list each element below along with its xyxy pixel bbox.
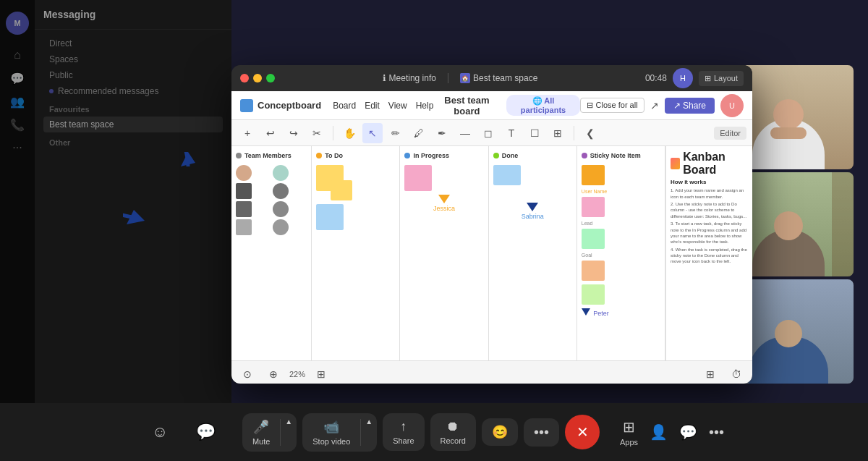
cb-board-title: Best team board xyxy=(433,95,500,117)
record-label: Record xyxy=(441,436,466,445)
share-icon: ↗ xyxy=(673,101,681,111)
col-title-sticky: Sticky Note Item xyxy=(590,152,641,159)
collapse-tool[interactable]: ❮ xyxy=(580,123,600,143)
external-link-icon[interactable]: ↗ xyxy=(650,100,659,111)
close-button[interactable] xyxy=(240,74,249,83)
apps-label: Apps xyxy=(620,438,638,447)
text-tool[interactable]: T xyxy=(501,123,522,143)
cb-logo: Conceptboard xyxy=(240,99,321,112)
emoji-icon: 😊 xyxy=(492,424,508,440)
editor-button[interactable]: Editor xyxy=(714,127,746,140)
col-title-team: Team Members xyxy=(244,152,292,159)
sticky-sn-2[interactable] xyxy=(582,197,605,217)
bar-right-icons: ⊞ Apps 👤 💬 ••• xyxy=(620,418,724,447)
zoom-to-fit[interactable]: ⊙ xyxy=(237,364,258,384)
share-button[interactable]: ↑ Share xyxy=(383,413,424,451)
stop-video-button[interactable]: 📹 Stop video xyxy=(302,413,360,452)
user-profile-avatar[interactable]: U xyxy=(720,94,744,117)
sticky-sn-5[interactable] xyxy=(582,284,605,305)
more-options-button[interactable]: ••• xyxy=(524,418,559,447)
minimize-button[interactable] xyxy=(253,74,262,83)
sidebar-overlay xyxy=(0,0,231,461)
space-name-display: 🏠 Best team space xyxy=(460,73,537,83)
mute-button[interactable]: 🎤 Mute xyxy=(242,413,280,452)
meeting-info-button[interactable]: ℹ Meeting info xyxy=(383,73,436,83)
cb-menu-edit[interactable]: Edit xyxy=(365,101,380,111)
brush-tool[interactable]: 🖊 xyxy=(409,123,429,143)
sticky-sn-label-2: Lead xyxy=(582,221,660,226)
line-tool[interactable]: — xyxy=(455,123,475,143)
video-icon: 📹 xyxy=(323,419,339,435)
grid-view[interactable]: ⊞ xyxy=(311,364,331,384)
add-tool[interactable]: + xyxy=(237,123,258,143)
col-dot-sticky xyxy=(582,153,587,158)
reactions-icon: ☺ xyxy=(152,423,168,441)
chat-button[interactable]: 💬 xyxy=(190,416,222,448)
layout-button[interactable]: ⊞ Layout xyxy=(699,71,744,86)
chat-sidebar-icon: 💬 xyxy=(679,423,697,441)
cb-menu-board[interactable]: Board xyxy=(333,101,356,111)
sticky-sn-1[interactable] xyxy=(582,165,605,185)
end-call-button[interactable]: ✕ xyxy=(565,415,600,449)
undo-tool[interactable]: ↩ xyxy=(260,123,281,143)
zoom-in[interactable]: ⊕ xyxy=(263,364,284,384)
cb-menu-view[interactable]: View xyxy=(388,101,407,111)
col-header-inprogress: In Progress xyxy=(404,152,483,159)
person1-shoulders xyxy=(770,127,807,139)
cut-tool[interactable]: ✂ xyxy=(307,123,327,143)
history-icon[interactable]: ⏱ xyxy=(726,364,746,384)
col-dot-team xyxy=(236,153,242,158)
sticky-sn-3[interactable] xyxy=(582,229,605,249)
kb-instructions: 1. Add your team name and assign an icon… xyxy=(671,187,748,265)
col-dot-done xyxy=(493,153,499,158)
drawing-toolbar: + ↩ ↪ ✂ ✋ ↖ ✏ 🖊 ✒ — ◻ T ☐ ⊞ ❮ Editor xyxy=(231,120,752,146)
more-right-button[interactable]: ••• xyxy=(709,424,724,441)
sticky-todo-3[interactable] xyxy=(316,204,344,230)
record-icon: ⏺ xyxy=(446,419,459,434)
cb-participants-badge[interactable]: 🌐 All participants xyxy=(506,95,581,116)
divider xyxy=(448,73,448,83)
reactions-button[interactable]: ☺ xyxy=(144,416,176,448)
member-icon-5 xyxy=(236,219,252,235)
erase-tool[interactable]: ◻ xyxy=(478,123,498,143)
pen-tool[interactable]: ✏ xyxy=(386,123,406,143)
hand-tool[interactable]: ✋ xyxy=(339,123,359,143)
apps-button[interactable]: ⊞ Apps xyxy=(620,418,638,447)
close-icon: ⊟ xyxy=(587,101,593,109)
participants-label: All participants xyxy=(521,96,566,114)
share-label: Share xyxy=(683,101,706,111)
meeting-bottom-bar: ☺ 💬 🎤 Mute ▲ 📹 Stop video ▲ ↑ Share ⏺ Re… xyxy=(0,403,868,461)
window-title-bar: ℹ Meeting info 🏠 Best team space 00:48 H… xyxy=(231,65,752,91)
chat-sidebar-button[interactable]: 💬 xyxy=(679,423,697,441)
col-header-team: Team Members xyxy=(236,152,307,159)
mute-chevron[interactable]: ▲ xyxy=(281,413,297,452)
sticky-inprog-1[interactable] xyxy=(404,165,432,191)
cb-app-name: Conceptboard xyxy=(258,100,321,111)
col-header-done: Done xyxy=(493,152,572,159)
apps-icon: ⊞ xyxy=(623,418,635,436)
sticky-done-1[interactable] xyxy=(493,165,521,185)
marker-tool[interactable]: ✒ xyxy=(432,123,452,143)
table-tool[interactable]: ⊞ xyxy=(548,123,568,143)
participants-button[interactable]: 👤 xyxy=(650,423,668,441)
kanban-col-inprogress: In Progress Jessica xyxy=(400,146,488,360)
cb-share-button[interactable]: ↗ Share xyxy=(665,98,715,114)
sticky-sn-4[interactable] xyxy=(582,261,605,281)
shapes-tool[interactable]: ☐ xyxy=(524,123,545,143)
traffic-lights xyxy=(240,74,275,83)
person3-head xyxy=(775,320,802,347)
emoji-button[interactable]: 😊 xyxy=(482,418,518,446)
close-for-all-button[interactable]: ⊟ Close for all xyxy=(580,98,644,113)
sticky-todo-2[interactable] xyxy=(331,180,352,200)
redo-tool[interactable]: ↪ xyxy=(284,123,304,143)
record-button[interactable]: ⏺ Record xyxy=(430,413,476,451)
grid-icon[interactable]: ⊞ xyxy=(700,364,720,384)
zoom-level: 22% xyxy=(289,370,305,378)
cb-menu-help[interactable]: Help xyxy=(416,101,434,111)
select-tool[interactable]: ↖ xyxy=(362,123,383,143)
kb-title: Kanban Board xyxy=(683,151,748,176)
share-icon: ↑ xyxy=(400,419,407,434)
stop-video-label: Stop video xyxy=(312,437,350,446)
maximize-button[interactable] xyxy=(266,74,275,83)
video-chevron[interactable]: ▲ xyxy=(361,413,377,452)
